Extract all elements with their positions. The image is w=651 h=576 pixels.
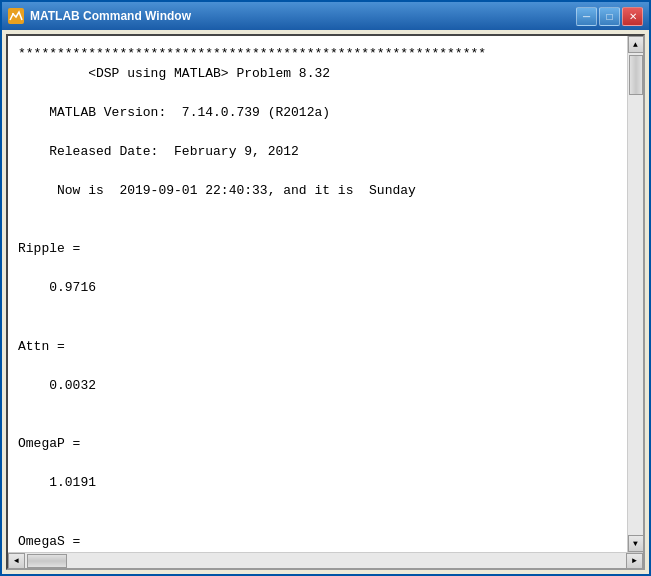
title-bar: MATLAB Command Window ─ □ ✕ [2,2,649,30]
inner-content: ****************************************… [8,36,643,552]
minimize-button[interactable]: ─ [576,7,597,26]
horizontal-scroll-track[interactable] [25,553,626,569]
terminal-output[interactable]: ****************************************… [8,36,627,552]
maximize-button[interactable]: □ [599,7,620,26]
matlab-icon [8,8,24,24]
matlab-window: MATLAB Command Window ─ □ ✕ ************… [0,0,651,576]
window-title: MATLAB Command Window [30,9,191,23]
scroll-left-button[interactable]: ◄ [8,553,25,569]
title-buttons: ─ □ ✕ [576,7,643,26]
svg-point-1 [12,13,14,15]
close-button[interactable]: ✕ [622,7,643,26]
scroll-thumb[interactable] [629,55,643,95]
horizontal-scroll-thumb[interactable] [27,554,67,568]
scroll-down-button[interactable]: ▼ [628,535,644,552]
horizontal-scrollbar[interactable]: ◄ ► [8,552,643,568]
title-bar-left: MATLAB Command Window [8,8,191,24]
vertical-scrollbar[interactable]: ▲ ▼ [627,36,643,552]
scroll-track[interactable] [628,53,644,535]
scroll-right-button[interactable]: ► [626,553,643,569]
content-area: ****************************************… [6,34,645,570]
outer-wrapper: ****************************************… [8,36,643,568]
scroll-up-button[interactable]: ▲ [628,36,644,53]
